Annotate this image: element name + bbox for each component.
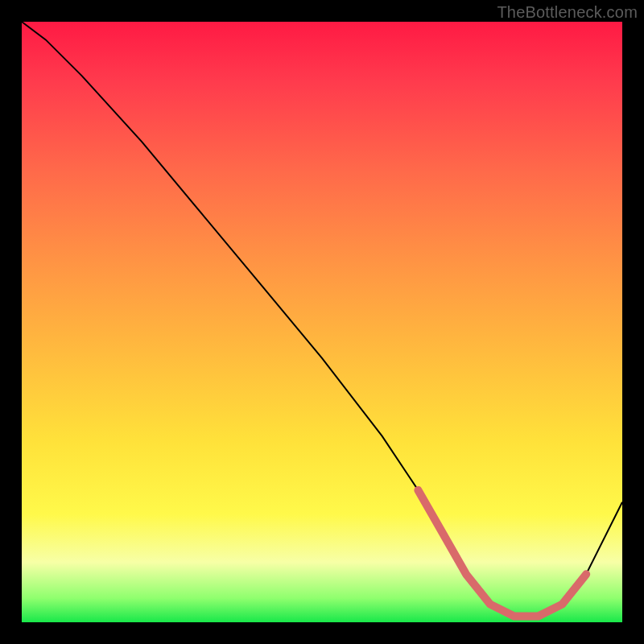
chart-frame: TheBottleneck.com [0,0,644,644]
bottleneck-curve-path [22,22,622,617]
watermark-text: TheBottleneck.com [497,3,638,22]
plot-area [22,22,622,622]
curve-svg [22,22,622,622]
optimal-range-highlight [418,490,586,617]
